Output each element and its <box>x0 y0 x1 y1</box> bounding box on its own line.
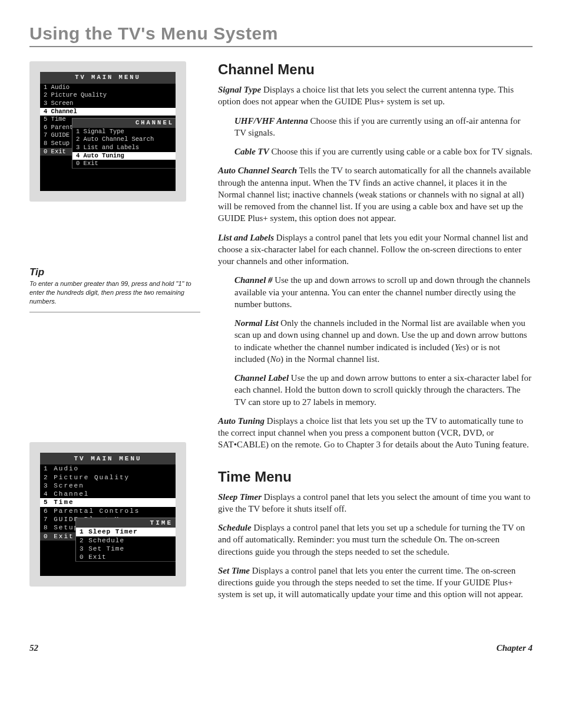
term-set-time: Set Time <box>218 566 250 575</box>
channel-num-para: Channel # Use the up and down arrows to … <box>234 274 533 310</box>
submenu-item: 3 List and Labels <box>72 144 178 152</box>
uhf-para: UHF/VHF Antenna Choose this if you are c… <box>234 115 533 139</box>
term-auto-channel-search: Auto Channel Search <box>218 166 297 175</box>
term-signal-type: Signal Type <box>218 85 261 94</box>
sleep-timer-para: Sleep Timer Displays a control panel tha… <box>218 491 533 515</box>
term-schedule: Schedule <box>218 523 252 532</box>
submenu-item: 0 Exit <box>72 160 178 168</box>
menu-item: 4 Channel <box>40 490 176 498</box>
term-sleep-timer: Sleep Timer <box>218 492 262 502</box>
term-channel-number: Channel # <box>234 275 273 285</box>
menu-item: 6 Parental Controls <box>40 507 176 515</box>
tip-body: To enter a number greater than 99, press… <box>29 279 200 306</box>
submenu-item: 1 Signal Type <box>72 128 178 136</box>
term-cable: Cable TV <box>234 147 269 156</box>
submenu-title: TIME <box>76 518 177 528</box>
set-time-para: Set Time Displays a control panel that l… <box>218 565 533 601</box>
page-number: 52 <box>29 643 38 653</box>
term-normal-list: Normal List <box>234 318 279 328</box>
channel-label-para: Channel Label Use the up and down arrow … <box>234 372 533 408</box>
auto-search-para: Auto Channel Search Tells the TV to sear… <box>218 164 533 224</box>
tip-heading: Tip <box>29 266 200 278</box>
channel-menu-heading: Channel Menu <box>218 61 533 78</box>
menu-title: TV MAIN MENU <box>40 72 176 84</box>
body-text: Displays a control panel that lets you s… <box>218 523 525 556</box>
normal-list-para: Normal List Only the channels included i… <box>234 317 533 365</box>
signal-type-para: Signal Type Displays a choice list that … <box>218 84 533 108</box>
menu-item: 3 Screen <box>40 482 176 490</box>
submenu-time: TIME 1 Sleep Timer 2 Schedule 3 Set Time… <box>75 518 178 562</box>
menu-title: TV MAIN MENU <box>40 453 176 465</box>
submenu-item: 0 Exit <box>76 553 177 561</box>
submenu-item-selected: 1 Sleep Timer <box>76 528 177 536</box>
submenu-item: 3 Set Time <box>76 545 177 553</box>
submenu-item-selected: 4 Auto Tuning <box>72 152 178 160</box>
schedule-para: Schedule Displays a control panel that l… <box>218 522 533 558</box>
menu-item: 2 Picture Quality <box>40 473 176 482</box>
menu-item-selected: 4 Channel <box>40 108 176 116</box>
cable-para: Cable TV Choose this if you are currentl… <box>234 146 533 157</box>
body-text: Choose this if you are currently using c… <box>269 147 533 156</box>
page-title: Using the TV's Menu System <box>29 24 533 47</box>
body-text: Use the up and down arrows to scroll up … <box>234 275 530 309</box>
term-auto-tuning: Auto Tuning <box>218 416 265 426</box>
submenu-title: CHANNEL <box>72 118 178 128</box>
body-text: Displays a control panel that lets you s… <box>218 492 530 513</box>
submenu-item: 2 Schedule <box>76 536 177 545</box>
term-list-labels: List and Labels <box>218 233 274 242</box>
menu-item: 1 Audio <box>40 84 176 92</box>
no-italic: No <box>270 354 280 364</box>
menu-item: 3 Screen <box>40 100 176 108</box>
time-menu-heading: Time Menu <box>218 469 533 485</box>
term-channel-label: Channel Label <box>234 373 289 383</box>
menu-item-selected: 5 Time <box>40 498 176 506</box>
body-text: Displays a control panel that lets you e… <box>218 566 523 599</box>
submenu-channel: CHANNEL 1 Signal Type 2 Auto Channel Sea… <box>72 118 179 169</box>
auto-tuning-para: Auto Tuning Displays a choice list that … <box>218 415 533 451</box>
list-labels-para: List and Labels Displays a control panel… <box>218 232 533 268</box>
body-text: ) in the Normal channel list. <box>280 354 379 364</box>
menu-item: 2 Picture Quality <box>40 91 176 100</box>
tv-main-menu-time: TV MAIN MENU 1 Audio 2 Picture Quality 3… <box>29 442 186 587</box>
yes-italic: Yes <box>455 342 466 352</box>
tip-block: Tip To enter a number greater than 99, p… <box>29 266 200 312</box>
tv-main-menu-channel: TV MAIN MENU 1 Audio 2 Picture Quality 3… <box>29 61 186 202</box>
menu-item: 1 Audio <box>40 465 176 473</box>
page-footer: 52 Chapter 4 <box>29 643 533 653</box>
term-uhf: UHF/VHF Antenna <box>234 116 308 126</box>
submenu-item: 2 Auto Channel Search <box>72 136 178 144</box>
body-text: Displays a choice list that lets you set… <box>218 416 529 450</box>
chapter-label: Chapter 4 <box>497 643 533 653</box>
body-text: Displays a choice list that lets you sel… <box>218 85 514 106</box>
